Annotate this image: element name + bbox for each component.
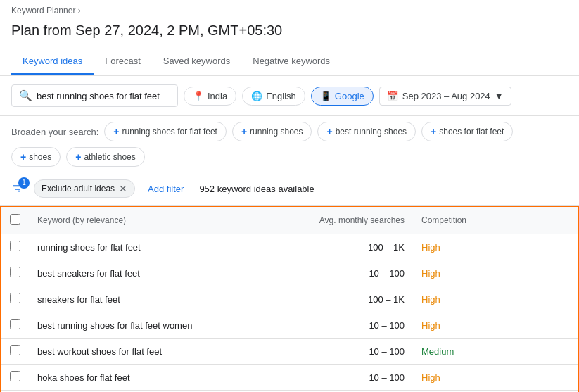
row-competition: High	[413, 234, 504, 260]
row-avg-searches: 10 – 100	[267, 339, 413, 365]
date-range-label: Sep 2023 – Aug 2024	[402, 91, 490, 101]
network-label: Google	[335, 91, 364, 101]
broaden-chip-0[interactable]: + running shoes for flat feet	[104, 122, 227, 141]
filter-bar: 1 Exclude adult ideas ✕ Add filter 952 k…	[0, 172, 579, 206]
language-chip[interactable]: 🌐 English	[242, 87, 305, 106]
keyword-table: Keyword (by relevance) Avg. monthly sear…	[1, 207, 578, 392]
page-title: Plan from Sep 27, 2024, 2 PM, GMT+05:30	[11, 18, 568, 46]
row-checkbox[interactable]	[10, 293, 20, 303]
row-checkbox[interactable]	[10, 241, 20, 251]
filter-badge: 1	[18, 177, 30, 189]
search-input[interactable]	[37, 91, 170, 101]
date-range-chip[interactable]: 📅 Sep 2023 – Aug 2024 ▼	[379, 87, 511, 106]
table-header-row: Keyword (by relevance) Avg. monthly sear…	[1, 207, 578, 234]
row-checkbox-cell	[1, 234, 29, 260]
search-icon: 🔍	[19, 89, 32, 102]
location-icon: 📍	[193, 91, 204, 101]
header-avg-searches: Avg. monthly searches	[267, 207, 413, 234]
language-icon: 🌐	[251, 91, 262, 101]
plus-icon-0: +	[113, 126, 119, 137]
row-checkbox-cell	[1, 286, 29, 312]
broaden-chip-label-0: running shoes for flat feet	[122, 127, 217, 137]
row-competition: High	[413, 286, 504, 312]
tabs-bar: Keyword ideas Forecast Saved keywords Ne…	[11, 49, 568, 75]
broaden-chip-label-3: shoes for flat feet	[439, 127, 504, 137]
row-checkbox[interactable]	[10, 345, 20, 355]
row-checkbox[interactable]	[10, 267, 20, 277]
row-avg-searches: 100 – 1K	[267, 286, 413, 312]
chevron-down-icon: ▼	[495, 91, 504, 101]
table-row: best sneakers for flat feet10 – 100High	[1, 260, 578, 286]
network-chip[interactable]: 📱 Google	[311, 87, 374, 106]
breadcrumb-arrow: ›	[78, 6, 81, 15]
breadcrumb[interactable]: Keyword Planner ›	[11, 6, 568, 15]
row-competition: Medium	[413, 339, 504, 365]
row-checkbox-cell	[1, 260, 29, 286]
filter-icon-area: 1	[11, 180, 27, 198]
row-spacer	[504, 260, 578, 286]
row-avg-searches: 100 – 1K	[267, 234, 413, 260]
close-icon[interactable]: ✕	[119, 183, 127, 194]
row-spacer	[504, 365, 578, 391]
network-icon: 📱	[320, 91, 331, 101]
broaden-chip-label-2: best running shoes	[336, 127, 407, 137]
breadcrumb-link[interactable]: Keyword Planner	[11, 6, 75, 15]
tab-keyword-ideas[interactable]: Keyword ideas	[11, 49, 94, 75]
location-label: India	[208, 91, 227, 101]
row-spacer	[504, 286, 578, 312]
row-avg-searches: 10 – 100	[267, 365, 413, 391]
row-keyword: best running shoes for flat feet women	[29, 312, 267, 339]
broaden-chip-2[interactable]: + best running shoes	[317, 122, 416, 141]
plus-icon-2: +	[326, 126, 332, 137]
broaden-bar: Broaden your search: + running shoes for…	[0, 116, 579, 172]
keyword-table-container: Keyword (by relevance) Avg. monthly sear…	[0, 206, 579, 392]
row-keyword: best workout shoes for flat feet	[29, 339, 267, 365]
header-competition: Competition	[413, 207, 504, 234]
row-avg-searches: 10 – 100	[267, 312, 413, 339]
add-filter-label: Add filter	[148, 184, 184, 194]
row-competition: High	[413, 260, 504, 286]
row-keyword: best sneakers for flat feet	[29, 260, 267, 286]
row-spacer	[504, 234, 578, 260]
row-competition: High	[413, 365, 504, 391]
row-checkbox-cell	[1, 365, 29, 391]
broaden-chip-label-5: athletic shoes	[84, 152, 135, 162]
add-filter-button[interactable]: Add filter	[142, 181, 189, 197]
table-body: running shoes for flat feet100 – 1KHighb…	[1, 234, 578, 393]
header-keyword: Keyword (by relevance)	[29, 207, 267, 234]
search-box[interactable]: 🔍	[11, 84, 178, 107]
row-keyword: running shoes for flat feet	[29, 234, 267, 260]
tab-negative-keywords[interactable]: Negative keywords	[241, 49, 341, 75]
broaden-chip-5[interactable]: + athletic shoes	[66, 147, 145, 167]
plus-icon-3: +	[431, 126, 436, 137]
calendar-icon: 📅	[387, 91, 398, 101]
row-keyword: sneakers for flat feet	[29, 286, 267, 312]
header-spacer	[504, 207, 578, 234]
table-row: running shoes for flat feet100 – 1KHigh	[1, 234, 578, 260]
tab-saved-keywords[interactable]: Saved keywords	[152, 49, 241, 75]
exclude-adult-chip[interactable]: Exclude adult ideas ✕	[34, 179, 135, 198]
table-row: hoka shoes for flat feet10 – 100High	[1, 365, 578, 391]
table-row: best workout shoes for flat feet10 – 100…	[1, 339, 578, 365]
row-competition: High	[413, 312, 504, 339]
row-checkbox[interactable]	[10, 371, 20, 381]
row-checkbox-cell	[1, 312, 29, 339]
exclude-chip-label: Exclude adult ideas	[42, 184, 115, 194]
location-chip[interactable]: 📍 India	[184, 87, 236, 106]
plus-icon-5: +	[75, 151, 81, 163]
row-checkbox[interactable]	[10, 319, 20, 329]
broaden-label: Broaden your search:	[11, 127, 98, 137]
select-all-checkbox[interactable]	[10, 214, 20, 225]
row-spacer	[504, 339, 578, 365]
header-checkbox-cell	[1, 207, 29, 234]
tab-forecast[interactable]: Forecast	[94, 49, 152, 75]
broaden-chip-4[interactable]: + shoes	[11, 147, 61, 167]
row-checkbox-cell	[1, 339, 29, 365]
plus-icon-4: +	[20, 151, 26, 163]
table-row: sneakers for flat feet100 – 1KHigh	[1, 286, 578, 312]
broaden-chip-1[interactable]: + running shoes	[232, 122, 312, 141]
broaden-chip-3[interactable]: + shoes for flat feet	[421, 122, 513, 141]
row-keyword: hoka shoes for flat feet	[29, 365, 267, 391]
keyword-count: 952 keyword ideas available	[199, 184, 314, 194]
broaden-chip-label-4: shoes	[29, 152, 51, 162]
